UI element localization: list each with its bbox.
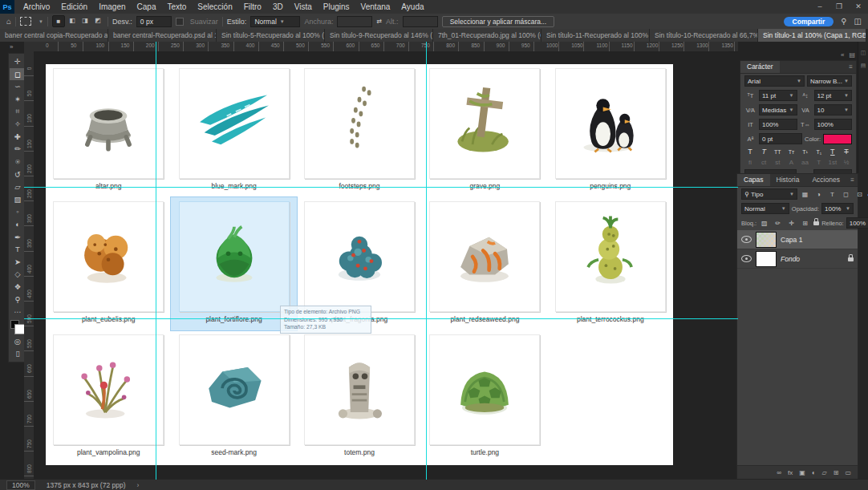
font-size-select[interactable]: 11 pt▼	[759, 90, 797, 101]
visibility-eye-icon[interactable]	[741, 236, 752, 243]
color-swatches[interactable]	[10, 320, 25, 334]
quick-selection-tool[interactable]: ✶	[10, 93, 26, 106]
document-tab[interactable]: Sin título-11-Recuperado al 100% (C...×	[541, 29, 650, 42]
panel-menu-icon[interactable]: ≡	[850, 174, 858, 186]
restore-button[interactable]: ❐	[829, 0, 849, 14]
swap-dimensions-icon[interactable]: ⇄	[376, 18, 382, 25]
text-color-swatch[interactable]	[823, 134, 852, 144]
tab-historia[interactable]: Historia	[770, 174, 806, 186]
faux-italic-button[interactable]: T	[758, 148, 769, 156]
shape-tool[interactable]: ◇	[10, 268, 26, 281]
lock-position-icon[interactable]: ✛	[786, 220, 797, 227]
intersect-selection-button[interactable]: ◩	[92, 15, 103, 26]
document-canvas[interactable]: altar.pngblue_mark.pngfootsteps.pnggrave…	[46, 64, 673, 465]
visibility-eye-icon[interactable]	[741, 255, 752, 262]
canvas-area[interactable]: altar.pngblue_mark.pngfootsteps.pnggrave…	[34, 51, 728, 480]
guide-vertical[interactable]	[156, 42, 156, 480]
tab-character[interactable]: Carácter	[740, 61, 780, 73]
fill-select[interactable]: 100%▼	[846, 217, 868, 229]
filter-pixel-layers-icon[interactable]: ▦	[800, 191, 810, 198]
gradient-tool[interactable]: ▨	[10, 193, 26, 206]
layer-row[interactable]: Capa 1	[737, 230, 858, 249]
menu-archivo[interactable]: Archivo	[18, 0, 55, 14]
menu-edición[interactable]: Edición	[55, 0, 93, 14]
filter-smart-objects-icon[interactable]: ⊡	[854, 191, 865, 198]
filter-shape-layers-icon[interactable]: ◻	[841, 191, 851, 198]
document-tab[interactable]: Sin título-10-Recuperado al 66,7% (...×	[650, 29, 758, 42]
zoom-tool[interactable]: ⚲	[10, 293, 26, 306]
rectangular-marquee-tool[interactable]: ◻	[10, 68, 26, 81]
contextual-alternates-button[interactable]: ct	[758, 159, 769, 166]
ligatures-button[interactable]: fi	[744, 159, 756, 166]
ordinals-button[interactable]: 1st	[827, 159, 838, 166]
clone-stamp-tool[interactable]: ⍟	[10, 156, 26, 168]
menu-selección[interactable]: Selección	[192, 0, 237, 14]
subtract-from-selection-button[interactable]: ◨	[79, 15, 91, 26]
antialias-checkbox[interactable]	[176, 18, 184, 26]
minimize-button[interactable]: –	[810, 0, 829, 14]
edit-toolbar[interactable]: ⋯	[10, 306, 26, 318]
pen-tool[interactable]: ✒	[10, 230, 26, 243]
home-icon[interactable]: ⌂	[6, 17, 11, 26]
leading-select[interactable]: 12 pt▼	[814, 90, 853, 101]
eraser-tool[interactable]: ▱	[10, 180, 26, 193]
marquee-tool-icon[interactable]	[20, 17, 31, 26]
menu-filtro[interactable]: Filtro	[238, 0, 267, 14]
superscript-button[interactable]: T¹	[800, 149, 811, 155]
collapsed-panel-icon-b[interactable]: ▤	[861, 63, 866, 69]
document-tab[interactable]: 7th_01-Recuperado.jpg al 100% (Ca...×	[433, 29, 541, 42]
brush-tool[interactable]: ✏	[10, 143, 26, 156]
menu-ayuda[interactable]: Ayuda	[395, 0, 429, 14]
swash-button[interactable]: A	[785, 159, 797, 166]
font-family-select[interactable]: Arial▼	[744, 75, 805, 87]
type-tool[interactable]: T	[10, 243, 26, 256]
menu-3d[interactable]: 3D	[267, 0, 289, 14]
menu-imagen[interactable]: Imagen	[93, 0, 131, 14]
move-tool[interactable]: ✛	[10, 55, 26, 68]
select-and-mask-button[interactable]: Seleccionar y aplicar máscara...	[442, 16, 554, 27]
titling-alternates-button[interactable]: T	[813, 159, 825, 166]
horizontal-scale-input[interactable]: 100%	[814, 119, 853, 130]
strikethrough-button[interactable]: T	[841, 148, 852, 156]
kerning-select[interactable]: Medidas▼	[759, 104, 797, 115]
stylistic-alternates-button[interactable]: aa	[800, 159, 811, 166]
collapsed-panel-icon-a[interactable]: ◫	[861, 50, 866, 56]
workspace-switcher-icon[interactable]: ◫	[854, 17, 862, 26]
dodge-tool[interactable]: ◐	[10, 218, 26, 231]
height-input[interactable]	[403, 16, 438, 27]
guide-vertical[interactable]	[426, 42, 427, 480]
tracking-select[interactable]: 10▼	[814, 104, 853, 115]
tab-acciones[interactable]: Acciones	[805, 174, 846, 186]
opacity-select[interactable]: 100%▼	[821, 203, 854, 214]
close-button[interactable]: ✕	[849, 0, 868, 14]
menu-ventana[interactable]: Ventana	[355, 0, 396, 14]
document-tab[interactable]: Sin título-5-Recuperado al 100% (Ca...×	[217, 29, 325, 42]
healing-brush-tool[interactable]: ✚	[10, 131, 26, 144]
width-input[interactable]	[337, 16, 372, 27]
document-tab[interactable]: baner central copia-Recuperado al 1...×	[0, 29, 108, 42]
font-style-select[interactable]: Narrow B...▼	[807, 75, 852, 87]
document-tab[interactable]: baner central-Recuperado.psd al 10...×	[108, 29, 217, 42]
lock-all-icon[interactable]	[813, 221, 819, 225]
layer-thumbnail[interactable]	[756, 232, 777, 248]
photoshop-logo-icon[interactable]: Ps	[0, 0, 14, 14]
feather-input[interactable]: 0 px	[136, 16, 172, 27]
layer-row[interactable]: Fondo	[737, 249, 858, 269]
status-chevron-icon[interactable]: ›	[137, 481, 140, 489]
chevron-down-icon[interactable]: ▼	[39, 19, 43, 24]
quick-mask-button[interactable]: ◎	[10, 334, 26, 347]
screen-mode-button[interactable]: ▯	[10, 347, 26, 360]
delete-layer-button[interactable]: ▭	[845, 469, 851, 476]
hand-tool[interactable]: ❖	[10, 281, 26, 294]
layer-effects-button[interactable]: fx	[788, 469, 793, 476]
new-group-button[interactable]: ▱	[822, 469, 827, 476]
blend-mode-select[interactable]: Normal▼	[741, 203, 789, 214]
menu-texto[interactable]: Texto	[161, 0, 192, 14]
menu-plugins[interactable]: Plugins	[318, 0, 355, 14]
add-to-selection-button[interactable]: ◧	[67, 15, 78, 26]
path-selection-tool[interactable]: ➤	[10, 256, 26, 269]
panel-menu-icon[interactable]: ≡	[849, 61, 856, 73]
vertical-scale-input[interactable]: 100%	[759, 119, 797, 130]
history-brush-tool[interactable]: ↺	[10, 168, 26, 180]
blur-tool[interactable]: ◦	[10, 205, 26, 218]
